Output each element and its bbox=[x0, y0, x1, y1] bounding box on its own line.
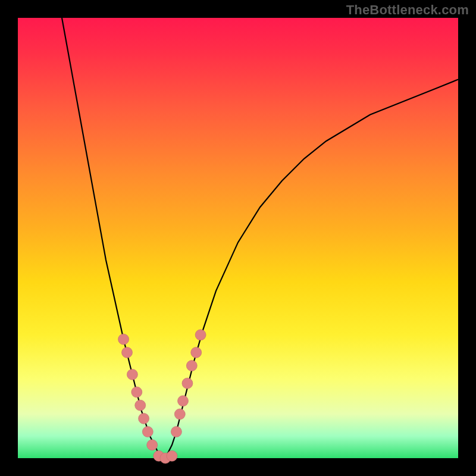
data-marker-right-7 bbox=[195, 330, 206, 340]
data-marker-left-2 bbox=[127, 369, 137, 380]
data-marker-right-2 bbox=[174, 409, 185, 419]
curve-right-branch bbox=[163, 80, 458, 458]
chart-frame: TheBottleneck.com bbox=[0, 0, 476, 476]
data-marker-left-6 bbox=[142, 427, 153, 437]
watermark-text: TheBottleneck.com bbox=[346, 2, 469, 18]
chart-overlay bbox=[18, 18, 458, 458]
data-marker-left-5 bbox=[139, 413, 149, 424]
data-marker-left-1 bbox=[122, 347, 133, 358]
data-marker-left-0 bbox=[118, 334, 129, 345]
data-marker-right-4 bbox=[182, 378, 193, 389]
data-marker-right-3 bbox=[178, 396, 189, 406]
data-marker-right-1 bbox=[171, 427, 181, 437]
data-marker-left-3 bbox=[131, 387, 142, 397]
data-marker-left-4 bbox=[135, 400, 146, 411]
data-marker-right-6 bbox=[191, 347, 202, 358]
data-marker-right-5 bbox=[186, 361, 197, 371]
data-marker-left-7 bbox=[147, 440, 158, 450]
data-marker-right-0 bbox=[167, 450, 177, 461]
curve-left-branch bbox=[62, 18, 163, 458]
